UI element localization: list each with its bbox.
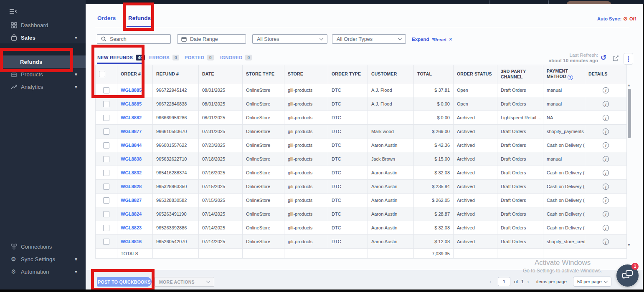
stores-select[interactable]: All Stores — [252, 34, 327, 44]
cell-order: WGL8885 — [117, 83, 153, 97]
cell-order-status: Open — [454, 83, 497, 97]
details-info-icon[interactable]: i — [603, 225, 609, 231]
sidebar-item-sync-settings[interactable]: ⚙ Sync Settings ▼ — [0, 253, 86, 265]
details-info-icon[interactable]: i — [603, 170, 609, 176]
order-link[interactable]: WGL8832 — [121, 170, 142, 175]
col-order[interactable]: ORDER # — [117, 65, 153, 83]
row-checkbox[interactable] — [103, 142, 109, 149]
row-checkbox[interactable] — [103, 239, 109, 245]
payment-method-help-icon[interactable]: ? — [568, 75, 573, 80]
order-link[interactable]: WGL8824 — [121, 211, 142, 216]
order-link[interactable]: WGL8885 — [121, 88, 142, 93]
details-info-icon[interactable]: i — [603, 115, 609, 121]
per-page-select[interactable]: 50 per page — [573, 277, 611, 287]
cell-store: gili-products — [284, 125, 328, 138]
post-to-quickbooks-button[interactable]: POST TO QUICKBOOKS — [97, 277, 152, 287]
tab-ignored[interactable]: IGNORED 0 — [220, 55, 252, 60]
search-input[interactable] — [110, 36, 164, 42]
page-number-input[interactable] — [498, 277, 510, 286]
tab-new-refunds[interactable]: NEW REFUNDS 40 — [97, 55, 145, 60]
row-checkbox[interactable] — [103, 156, 109, 162]
table-row: WGL882396526339288607/14/2025OnlineStore… — [96, 221, 627, 235]
details-info-icon[interactable]: i — [603, 239, 609, 245]
tab-orders[interactable]: Orders — [97, 15, 116, 21]
refresh-icon[interactable]: ↺ — [601, 53, 606, 62]
col-order-type[interactable]: ORDER TYPE — [328, 65, 368, 83]
col-details: DETAILS — [585, 65, 627, 83]
scrollbar-thumb[interactable] — [628, 89, 631, 138]
order-link[interactable]: WGL8827 — [121, 198, 142, 203]
details-info-icon[interactable]: i — [603, 156, 609, 162]
totals-value: 7,039.35 — [414, 249, 454, 259]
row-checkbox[interactable] — [103, 115, 109, 121]
details-info-icon[interactable]: i — [603, 197, 609, 204]
details-info-icon[interactable]: i — [603, 211, 609, 217]
details-info-icon[interactable]: i — [603, 101, 609, 107]
select-all-checkbox[interactable] — [99, 71, 105, 77]
cell-order-type: DTC — [328, 221, 368, 235]
tab-errors[interactable]: ERRORS 0 — [149, 55, 179, 60]
row-checkbox[interactable] — [103, 170, 109, 176]
col-order-status[interactable]: ORDER STATUS — [454, 65, 497, 83]
order-link[interactable]: WGL8882 — [121, 115, 142, 120]
export-icon[interactable] — [612, 55, 619, 63]
col-total[interactable]: TOTAL — [414, 65, 454, 83]
next-page-icon[interactable]: › — [527, 278, 529, 285]
totals-row: TOTALS 7,039.35 — [96, 249, 627, 259]
order-link[interactable]: WGL8844 — [121, 143, 142, 148]
tab-posted[interactable]: POSTED 0 — [185, 55, 214, 60]
row-checkbox[interactable] — [103, 128, 109, 135]
order-link[interactable]: WGL8823 — [121, 225, 142, 230]
row-checkbox[interactable] — [103, 184, 109, 190]
col-refund[interactable]: REFUND # — [153, 65, 199, 83]
col-date[interactable]: DATE — [199, 65, 243, 83]
cell-date: 07/14/2025 — [199, 207, 243, 221]
expand-link[interactable]: Expand ▼ — [412, 37, 435, 42]
details-info-icon[interactable]: i — [603, 142, 609, 149]
cell-channel: Draft Orders — [497, 125, 543, 138]
order-link[interactable]: WGL8877 — [121, 129, 142, 134]
order-types-select[interactable]: All Order Types — [332, 34, 406, 44]
cell-payment: manual — [543, 83, 585, 97]
date-range-field[interactable]: Date Range — [177, 34, 246, 44]
col-customer[interactable]: CUSTOMER — [368, 65, 414, 83]
sidebar-item-refunds[interactable]: Refunds — [0, 55, 86, 68]
details-info-icon[interactable]: i — [603, 87, 609, 93]
sidebar-item-connections[interactable]: Connections — [0, 241, 86, 252]
row-checkbox[interactable] — [103, 87, 109, 93]
more-options-kebab-menu[interactable] — [624, 53, 633, 65]
cell-date: 07/31/2025 — [199, 125, 243, 138]
sidebar-item-automation[interactable]: ⚙ Automation ▼ — [0, 266, 86, 277]
col-payment-method[interactable]: PAYMENT METHOD? — [543, 65, 585, 83]
row-checkbox[interactable] — [103, 197, 109, 204]
order-link[interactable]: WGL8828 — [121, 184, 142, 189]
order-link[interactable]: WGL8838 — [121, 156, 142, 161]
details-info-icon[interactable]: i — [603, 128, 609, 135]
close-icon: ✕ — [449, 37, 452, 42]
previous-page-icon[interactable]: ‹ — [489, 278, 492, 285]
cell-order: WGL8877 — [117, 125, 153, 138]
sidebar-item-dashboard[interactable]: Dashboard — [0, 19, 86, 31]
row-checkbox[interactable] — [103, 225, 109, 231]
order-link[interactable]: WGL8816 — [121, 239, 142, 244]
reset-link[interactable]: Reset ✕ — [434, 37, 453, 42]
order-link[interactable]: WGL8885 — [121, 101, 142, 106]
scrollbar-down-arrow[interactable]: ▼ — [627, 243, 631, 247]
col-store[interactable]: STORE — [284, 65, 328, 83]
col-3rd-party-channel[interactable]: 3RD PARTY CHANNEL — [497, 65, 543, 83]
sidebar-collapse-icon[interactable] — [9, 8, 17, 16]
col-store-type[interactable]: STORE TYPE — [243, 65, 284, 83]
tab-refunds[interactable]: Refunds — [128, 15, 151, 21]
search-field[interactable] — [97, 34, 171, 44]
more-actions-dropdown[interactable]: MORE ACTIONS — [155, 277, 214, 287]
cell-customer: Mark wood — [368, 125, 414, 138]
sidebar-item-label: Analytics — [21, 84, 74, 90]
row-checkbox[interactable] — [103, 101, 109, 107]
scrollbar-up-arrow[interactable]: ▲ — [627, 83, 631, 87]
details-info-icon[interactable]: i — [603, 184, 609, 190]
browser-tab-stub — [567, 1, 611, 4]
row-checkbox[interactable] — [103, 211, 109, 217]
sidebar-item-analytics[interactable]: Analytics ▼ — [0, 81, 86, 93]
sidebar-item-sales[interactable]: Sales ▼ — [0, 32, 86, 43]
sidebar-item-products[interactable]: Products ▼ — [0, 68, 86, 80]
